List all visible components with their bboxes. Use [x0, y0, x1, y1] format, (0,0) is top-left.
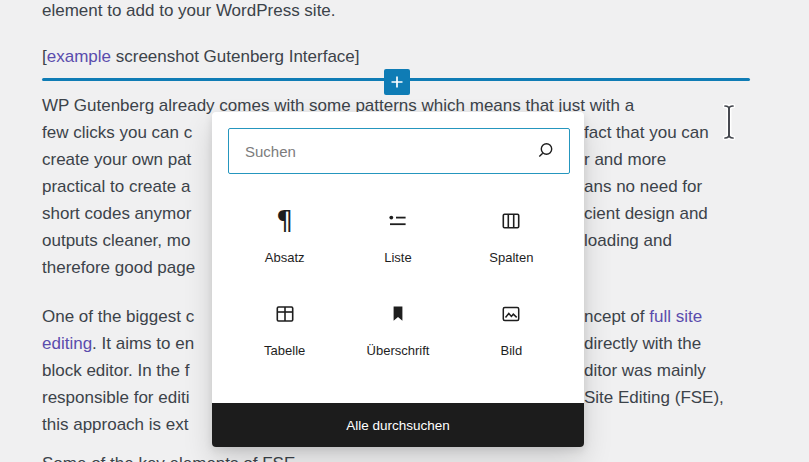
p2-line5-left: this approach is ext [42, 415, 188, 434]
p1-line6-left: outputs cleaner, mo [42, 231, 190, 250]
quick-block-inserter: ¶ Absatz Liste Spalten [212, 112, 584, 447]
caption-line: [example screenshot Gutenberg Interface] [42, 45, 754, 69]
intro-line: element to add to your WordPress site. [42, 0, 754, 23]
p2-line2-right: directly with the [584, 332, 701, 356]
block-item-table[interactable]: Tabelle [228, 301, 341, 358]
block-grid: ¶ Absatz Liste Spalten [228, 208, 568, 358]
p2-line1-left: One of the biggest c [42, 307, 194, 326]
add-block-button[interactable] [384, 69, 410, 95]
p1-line2-right: fact that you can [584, 121, 709, 145]
block-label: Liste [384, 250, 411, 265]
block-label: Tabelle [264, 343, 305, 358]
p2-line1-right: ncept of full site [584, 305, 702, 329]
p2-line4-right: Site Editing (FSE), [584, 386, 724, 410]
p1-line4-right: ans no need for [584, 175, 702, 199]
block-item-heading[interactable]: Überschrift [341, 301, 454, 358]
intro-text: element to add to your WordPress site. [42, 1, 336, 20]
editing-link[interactable]: editing [42, 334, 92, 353]
p1-line4-left: practical to create a [42, 177, 190, 196]
p2-line2-left: . It aims to en [92, 334, 194, 353]
block-item-paragraph[interactable]: ¶ Absatz [228, 208, 341, 265]
heading-icon [386, 301, 410, 327]
p1-line7-left: therefore good page [42, 258, 195, 277]
p2-line1-right-text: ncept of [584, 307, 649, 326]
p2-line3-right: ditor was mainly [584, 359, 706, 383]
p1-line3-right: r and more [584, 148, 666, 172]
block-item-image[interactable]: Bild [455, 301, 568, 358]
browse-all-button[interactable]: Alle durchsuchen [212, 403, 584, 447]
example-link[interactable]: example [47, 47, 111, 66]
p1-line5-right: cient design and [584, 202, 708, 226]
block-label: Bild [500, 343, 522, 358]
block-label: Spalten [489, 250, 533, 265]
p1-line6-right: loading and [584, 229, 672, 253]
block-item-columns[interactable]: Spalten [455, 208, 568, 265]
caption-rest: screenshot Gutenberg Interface] [111, 47, 360, 66]
search-icon [533, 139, 557, 163]
p3-text: Some of the key elements of FSE [42, 454, 295, 462]
block-item-list[interactable]: Liste [341, 208, 454, 265]
p1-line2-left: few clicks you can c [42, 123, 192, 142]
p2-line4-left: responsible for editi [42, 388, 189, 407]
plus-icon [390, 75, 404, 89]
block-label: Absatz [265, 250, 305, 265]
table-icon [273, 301, 297, 327]
image-icon [499, 301, 523, 327]
p3-line1: Some of the key elements of FSE [42, 452, 754, 462]
p1-line5-left: short codes anymor [42, 204, 191, 223]
block-label: Überschrift [367, 343, 430, 358]
paragraph-icon: ¶ [276, 208, 293, 234]
p1-line3-left: create your own pat [42, 150, 191, 169]
full-site-link[interactable]: full site [649, 307, 702, 326]
block-search-box[interactable] [228, 128, 570, 174]
list-icon [386, 208, 410, 234]
p2-line3-left: block editor. In the f [42, 361, 189, 380]
columns-icon [499, 208, 523, 234]
block-search-input[interactable] [229, 129, 533, 173]
